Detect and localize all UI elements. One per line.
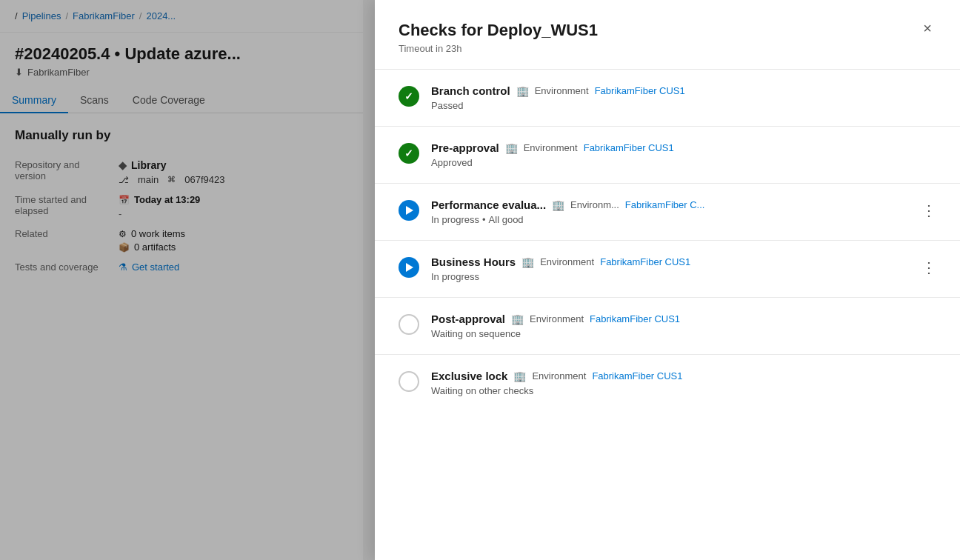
environment-icon: 🏢 bbox=[552, 199, 564, 211]
environment-icon: 🏢 bbox=[513, 370, 526, 382]
play-symbol bbox=[406, 206, 413, 215]
modal-subtitle: Timeout in 23h bbox=[399, 43, 936, 54]
check-success-icon: ✓ bbox=[399, 143, 419, 164]
environment-icon: 🏢 bbox=[511, 313, 524, 325]
check-item: Post-approval 🏢 Environment FabrikamFibe… bbox=[375, 298, 960, 355]
check-content: Exclusive lock 🏢 Environment FabrikamFib… bbox=[431, 370, 936, 396]
check-status: Waiting on other checks bbox=[431, 385, 936, 396]
environment-label: Environment bbox=[535, 85, 589, 96]
check-in-progress-icon bbox=[399, 200, 419, 221]
modal-title: Checks for Deploy_WUS1 bbox=[399, 21, 936, 40]
check-success-icon: ✓ bbox=[399, 86, 419, 107]
check-pending-icon bbox=[399, 314, 419, 335]
check-in-progress-icon bbox=[399, 257, 419, 278]
check-name: Post-approval bbox=[431, 313, 505, 325]
check-name-row: Branch control 🏢 Environment FabrikamFib… bbox=[431, 84, 936, 97]
check-name: Pre-approval bbox=[431, 141, 499, 154]
check-item: ✓ Pre-approval 🏢 Environment FabrikamFib… bbox=[375, 127, 960, 184]
check-name: Business Hours bbox=[431, 256, 516, 268]
environment-link[interactable]: FabrikamFiber CUS1 bbox=[595, 85, 685, 96]
check-content: Business Hours 🏢 Environment FabrikamFib… bbox=[431, 256, 936, 282]
status-dot: • bbox=[482, 214, 486, 225]
check-content: Branch control 🏢 Environment FabrikamFib… bbox=[431, 84, 936, 111]
checks-modal: Checks for Deploy_WUS1 Timeout in 23h × … bbox=[375, 0, 960, 560]
environment-link[interactable]: FabrikamFiber C... bbox=[625, 199, 705, 210]
check-item: Business Hours 🏢 Environment FabrikamFib… bbox=[375, 241, 960, 298]
check-more-button[interactable]: ⋮ bbox=[919, 257, 939, 278]
environment-label: Environment bbox=[530, 313, 584, 324]
check-status: In progress bbox=[431, 271, 936, 282]
check-status: In progress•All good bbox=[431, 214, 936, 225]
check-name: Exclusive lock bbox=[431, 370, 507, 382]
check-name-row: Exclusive lock 🏢 Environment FabrikamFib… bbox=[431, 370, 936, 382]
check-name-row: Business Hours 🏢 Environment FabrikamFib… bbox=[431, 256, 936, 268]
environment-icon: 🏢 bbox=[505, 142, 518, 154]
check-name-row: Performance evalua... 🏢 Environm... Fabr… bbox=[431, 199, 936, 211]
environment-icon: 🏢 bbox=[516, 85, 529, 97]
environment-link[interactable]: FabrikamFiber CUS1 bbox=[584, 142, 674, 153]
check-content: Post-approval 🏢 Environment FabrikamFibe… bbox=[431, 313, 936, 339]
environment-label: Environm... bbox=[570, 199, 619, 210]
modal-header: Checks for Deploy_WUS1 Timeout in 23h × bbox=[375, 0, 960, 70]
environment-link[interactable]: FabrikamFiber CUS1 bbox=[600, 256, 690, 267]
check-content: Performance evalua... 🏢 Environm... Fabr… bbox=[431, 199, 936, 225]
environment-label: Environment bbox=[532, 370, 586, 381]
check-more-button[interactable]: ⋮ bbox=[919, 200, 939, 221]
check-name: Performance evalua... bbox=[431, 199, 546, 211]
check-name-row: Pre-approval 🏢 Environment FabrikamFiber… bbox=[431, 141, 936, 154]
checkmark-symbol: ✓ bbox=[404, 90, 413, 102]
play-symbol bbox=[406, 263, 413, 272]
environment-link[interactable]: FabrikamFiber CUS1 bbox=[592, 370, 682, 381]
status-detail: All good bbox=[489, 214, 524, 225]
check-name-row: Post-approval 🏢 Environment FabrikamFibe… bbox=[431, 313, 936, 325]
check-item: ✓ Branch control 🏢 Environment FabrikamF… bbox=[375, 70, 960, 127]
environment-icon: 🏢 bbox=[521, 256, 534, 268]
check-content: Pre-approval 🏢 Environment FabrikamFiber… bbox=[431, 141, 936, 168]
check-name: Branch control bbox=[431, 84, 510, 97]
check-item: Performance evalua... 🏢 Environm... Fabr… bbox=[375, 184, 960, 241]
check-status: Approved bbox=[431, 157, 936, 168]
check-pending-icon bbox=[399, 371, 419, 392]
check-status: Passed bbox=[431, 100, 936, 111]
environment-label: Environment bbox=[540, 256, 594, 267]
check-status: Waiting on sequence bbox=[431, 328, 936, 339]
modal-close-button[interactable]: × bbox=[916, 16, 939, 40]
check-item: Exclusive lock 🏢 Environment FabrikamFib… bbox=[375, 355, 960, 411]
checkmark-symbol: ✓ bbox=[404, 147, 413, 159]
modal-body: ✓ Branch control 🏢 Environment FabrikamF… bbox=[375, 70, 960, 560]
environment-label: Environment bbox=[524, 142, 578, 153]
environment-link[interactable]: FabrikamFiber CUS1 bbox=[590, 313, 680, 324]
